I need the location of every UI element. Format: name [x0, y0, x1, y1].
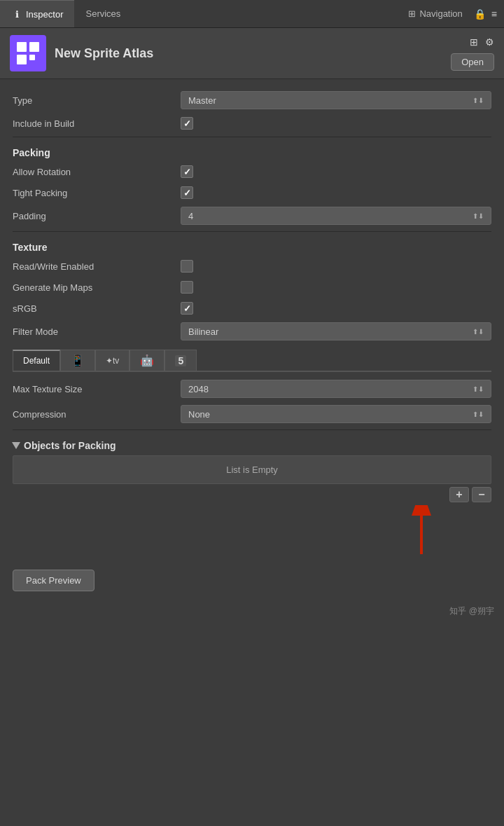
- max-texture-size-value: 2048: [188, 384, 209, 394]
- type-dropdown-arrow: ⬆⬇: [472, 97, 484, 104]
- max-texture-size-arrow: ⬆⬇: [472, 385, 484, 393]
- inspector-content: Type Master ⬆⬇ Include in Build Packing …: [0, 79, 504, 600]
- mip-maps-control: [181, 281, 491, 294]
- read-write-control: [181, 260, 491, 273]
- sprite-atlas-icon: [15, 41, 41, 66]
- padding-dropdown-value: 4: [188, 211, 193, 221]
- filter-mode-row: Filter Mode Bilinear ⬆⬇: [13, 319, 491, 344]
- empty-list-label: List is Empty: [13, 455, 491, 484]
- max-texture-size-control: 2048 ⬆⬇: [181, 380, 491, 398]
- mip-maps-row: Generate Mip Maps: [13, 277, 491, 298]
- layout-icon[interactable]: ⊞: [470, 36, 478, 48]
- platform-tab-ios[interactable]: 📱: [60, 350, 95, 371]
- asset-header-left: New Sprite Atlas: [10, 35, 153, 71]
- padding-control: 4 ⬆⬇: [181, 207, 491, 225]
- arrow-annotation: [13, 505, 491, 561]
- remove-object-button[interactable]: −: [472, 487, 491, 502]
- max-texture-size-row: Max Texture Size 2048 ⬆⬇: [13, 376, 491, 401]
- max-texture-size-label: Max Texture Size: [13, 384, 181, 394]
- include-in-build-label: Include in Build: [13, 118, 181, 129]
- type-dropdown-value: Master: [188, 95, 216, 106]
- padding-dropdown-arrow: ⬆⬇: [472, 212, 484, 220]
- red-arrow-icon: [393, 505, 449, 561]
- inspector-icon: ℹ: [11, 8, 22, 20]
- type-dropdown[interactable]: Master ⬆⬇: [181, 91, 491, 109]
- type-label: Type: [13, 95, 181, 106]
- padding-label: Padding: [13, 211, 181, 221]
- asset-name: New Sprite Atlas: [55, 46, 153, 61]
- allow-rotation-checkbox[interactable]: [181, 165, 193, 178]
- srgb-row: sRGB: [13, 298, 491, 319]
- objects-section-label: Objects for Packing: [24, 440, 115, 451]
- compression-row: Compression None ⬆⬇: [13, 401, 491, 427]
- padding-row: Padding 4 ⬆⬇: [13, 203, 491, 228]
- svg-rect-2: [17, 55, 27, 64]
- svg-rect-3: [29, 55, 35, 60]
- asset-header: New Sprite Atlas ⊞ ⚙ Open: [0, 28, 504, 79]
- filter-mode-control: Bilinear ⬆⬇: [181, 322, 491, 340]
- tight-packing-control: [181, 186, 491, 199]
- add-object-button[interactable]: +: [449, 487, 469, 502]
- watermark: 知乎 @朔宇: [0, 600, 504, 623]
- texture-section-header: Texture: [13, 235, 491, 256]
- compression-control: None ⬆⬇: [181, 405, 491, 423]
- lock-icon: 🔒: [474, 8, 486, 20]
- allow-rotation-label: Allow Rotation: [13, 167, 181, 177]
- divider-1: [13, 137, 491, 137]
- tab-navigation-label: Navigation: [419, 8, 462, 19]
- divider-3: [13, 429, 491, 430]
- include-in-build-control: [181, 117, 491, 130]
- svg-rect-0: [17, 42, 27, 52]
- header-action-icons: ⊞ ⚙: [470, 36, 494, 48]
- compression-label: Compression: [13, 409, 181, 420]
- padding-dropdown[interactable]: 4 ⬆⬇: [181, 207, 491, 225]
- srgb-control: [181, 302, 491, 315]
- srgb-checkbox[interactable]: [181, 302, 193, 315]
- platform-tab-default-label: Default: [23, 356, 50, 366]
- platform-tab-webgl[interactable]: 5: [164, 350, 197, 371]
- type-control: Master ⬆⬇: [181, 91, 491, 109]
- tvos-icon: ✦tv: [106, 356, 119, 366]
- svg-rect-1: [29, 42, 39, 52]
- tab-services-label: Services: [85, 8, 120, 19]
- tab-services[interactable]: Services: [74, 0, 132, 27]
- tab-inspector-label: Inspector: [26, 9, 63, 20]
- type-row: Type Master ⬆⬇: [13, 88, 491, 113]
- max-texture-size-dropdown[interactable]: 2048 ⬆⬇: [181, 380, 491, 398]
- filter-mode-value: Bilinear: [188, 326, 218, 337]
- collapse-triangle: [12, 442, 20, 449]
- tight-packing-label: Tight Packing: [13, 188, 181, 198]
- objects-section-header[interactable]: Objects for Packing: [13, 433, 491, 455]
- tab-navigation[interactable]: ⊞ Navigation: [397, 8, 473, 19]
- webgl-icon: 5: [175, 355, 186, 366]
- navigation-icon: ⊞: [408, 8, 416, 19]
- filter-mode-label: Filter Mode: [13, 326, 181, 337]
- tight-packing-row: Tight Packing: [13, 182, 491, 203]
- open-button[interactable]: Open: [451, 53, 494, 71]
- mip-maps-label: Generate Mip Maps: [13, 282, 181, 293]
- asset-header-right: ⊞ ⚙ Open: [451, 36, 494, 71]
- divider-2: [13, 231, 491, 232]
- mip-maps-checkbox[interactable]: [181, 281, 193, 294]
- menu-icon: ≡: [491, 8, 497, 20]
- read-write-checkbox[interactable]: [181, 260, 193, 273]
- platform-tab-tvos[interactable]: ✦tv: [95, 350, 130, 371]
- asset-icon: [10, 35, 46, 71]
- platform-tab-android[interactable]: 🤖: [130, 350, 164, 371]
- compression-dropdown[interactable]: None ⬆⬇: [181, 405, 491, 423]
- packing-section-header: Packing: [13, 140, 491, 161]
- allow-rotation-control: [181, 165, 491, 178]
- tight-packing-checkbox[interactable]: [181, 186, 193, 199]
- srgb-label: sRGB: [13, 303, 181, 314]
- compression-arrow: ⬆⬇: [472, 411, 484, 418]
- pack-preview-button[interactable]: Pack Preview: [13, 570, 94, 591]
- filter-mode-dropdown[interactable]: Bilinear ⬆⬇: [181, 322, 491, 340]
- platform-tab-default[interactable]: Default: [13, 350, 60, 371]
- include-in-build-checkbox[interactable]: [181, 117, 193, 130]
- tab-inspector[interactable]: ℹ Inspector: [0, 0, 74, 27]
- allow-rotation-row: Allow Rotation: [13, 161, 491, 182]
- header-icons: 🔒 ≡: [474, 8, 504, 20]
- compression-value: None: [188, 409, 210, 420]
- gear-icon[interactable]: ⚙: [485, 36, 494, 48]
- include-in-build-row: Include in Build: [13, 113, 491, 134]
